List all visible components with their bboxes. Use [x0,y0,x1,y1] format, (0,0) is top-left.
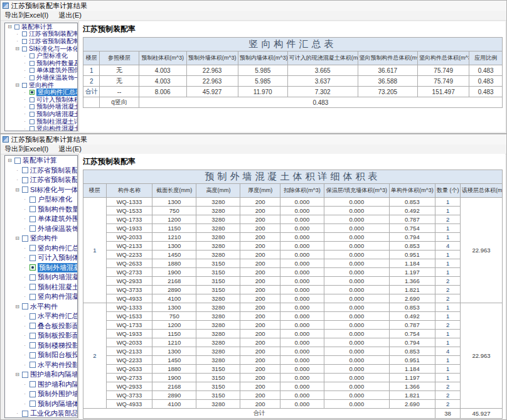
menu-exit[interactable]: 退出(E) [58,11,82,20]
checkbox-icon[interactable] [22,167,28,173]
tree-item[interactable]: ·预制外墙混凝土体 [5,263,77,273]
checkbox-icon[interactable] [29,126,35,131]
tree-item[interactable]: ·预制构件数量及统 [5,60,77,67]
tree-item[interactable]: ·预制外墙混凝土体 [5,104,77,111]
tree-item[interactable]: ·叠合板投影面积明 [5,321,77,331]
checkbox-icon[interactable] [22,411,28,417]
checkbox-icon[interactable] [29,97,35,102]
tree-item[interactable]: ·江苏省预制装配率评分 [5,166,77,176]
tree-item[interactable]: ·可计入预制体积的 [5,253,77,263]
tree-item[interactable]: ·水平构件投影面积 [5,360,77,370]
tree-item[interactable]: ·江苏省预制装配率评分 [5,38,77,45]
expander-minus-icon[interactable]: ⊟ [14,372,20,377]
menu-exit[interactable]: 退出(E) [58,144,82,154]
tree-item[interactable]: ·单体建筑外围保温 [5,67,77,75]
checkbox-icon[interactable] [29,225,36,232]
checkbox-icon[interactable] [29,75,35,80]
tree-item[interactable]: ·预制构件数量及统 [5,205,77,215]
cell: 0.000 [324,391,390,400]
menu-export-excel[interactable]: 导出到Excel(I) [4,11,48,20]
tree-item[interactable]: ·外墙保温装饰一体 [5,224,77,234]
tree-item[interactable]: ·江苏省预制装配率评分 [5,31,77,38]
tree-item[interactable]: ·预制内隔墙体表面 [5,399,77,409]
tree-item[interactable]: ·预制内墙混凝土详 [5,272,77,283]
tree-item[interactable]: ⊟竖向构件 [5,234,77,244]
tree-item[interactable]: ⊟SI标准化与一体化设计 [5,185,77,195]
tree-item[interactable]: ·水平构件汇总表 [5,311,77,321]
checkbox-icon[interactable] [22,372,28,378]
tree-item[interactable]: ⊟装配率计算 [5,23,77,31]
checkbox-icon[interactable] [29,333,36,339]
tree-item[interactable]: ⊟水平构件 [5,302,77,312]
expander-minus-icon[interactable]: ⊟ [7,24,13,30]
checkbox-icon[interactable] [29,294,36,300]
checkbox-icon[interactable] [29,313,36,320]
tree-item[interactable]: ·竖向构件混凝土体 [5,125,77,131]
tree-item[interactable]: ·可计入预制体积的 [5,96,77,104]
checkbox-icon[interactable] [29,104,35,109]
expander-minus-icon[interactable]: ⊟ [7,158,13,163]
tree-item[interactable]: ·预制板投影面积明 [5,331,77,341]
checkbox-icon[interactable] [29,53,35,58]
checkbox-icon[interactable] [22,83,27,88]
expander-minus-icon[interactable]: ⊟ [14,235,20,241]
tree-item[interactable]: ⊟围护墙和内隔墙 [5,370,77,380]
checkbox-icon[interactable] [22,46,27,51]
checkbox-icon[interactable] [29,401,36,407]
expander-minus-icon[interactable]: ⊟ [14,82,20,88]
menu-export-excel[interactable]: 导出到Excel(I) [4,144,48,154]
checkbox-icon[interactable] [29,342,36,348]
checkbox-icon[interactable] [29,255,36,261]
checkbox-icon[interactable] [29,197,36,203]
tree-item[interactable]: ·竖向构件混凝土体 [5,292,77,302]
checkbox-icon[interactable] [22,177,28,183]
tree-item[interactable]: ·户型标准化 [5,52,77,60]
tree-item[interactable]: ·江苏省预制装配率评分 [5,175,77,185]
checkbox-icon[interactable] [29,245,36,251]
expander-minus-icon[interactable]: ⊟ [14,187,20,193]
cell: 2 [435,321,461,330]
checkbox-icon[interactable] [29,352,36,358]
tree-item[interactable]: ·预制外围护墙体表 [5,389,77,399]
tree-item[interactable]: ·竖向构件汇总表 [5,89,77,96]
checkbox-icon[interactable] [29,391,36,397]
checkbox-icon[interactable] [29,274,36,281]
checkbox-icon[interactable] [22,39,27,44]
titlebar[interactable]: 江苏预制装配率计算结果 [1,134,506,144]
checkbox-icon[interactable] [14,158,21,164]
tree-item[interactable]: ·竖向构件汇总表 [5,244,77,254]
tree-item[interactable]: ·工业化内装部品 [5,409,77,418]
checkbox-icon[interactable] [29,284,36,290]
checkbox-icon[interactable] [29,119,35,124]
tree-item[interactable]: ⊟竖向构件 [5,82,77,89]
tree-item[interactable]: ·围护墙和内隔墙汇 [5,380,77,390]
checkbox-icon[interactable] [22,303,28,310]
tree-item[interactable]: ·外墙保温装饰一体 [5,74,77,82]
radio-selected-icon[interactable] [29,90,35,95]
radio-selected-icon[interactable] [29,264,36,271]
checkbox-icon[interactable] [29,381,36,387]
tree-item[interactable]: ·预制内墙混凝土详 [5,110,77,118]
expander-minus-icon[interactable]: ⊟ [14,46,20,51]
tree-item[interactable]: ·预制柱混凝土详细 [5,118,77,126]
tree-item[interactable]: ⊟装配率计算 [5,156,77,166]
expander-minus-icon[interactable]: ⊟ [14,304,20,310]
tree-item[interactable]: ·单体建筑外围保温 [5,214,77,224]
checkbox-icon[interactable] [14,24,19,30]
checkbox-icon[interactable] [29,362,36,368]
titlebar[interactable]: 江苏预制装配率计算结果 [1,1,506,11]
checkbox-icon[interactable] [22,186,28,193]
checkbox-icon[interactable] [29,68,35,73]
checkbox-icon[interactable] [29,112,35,117]
tree-item[interactable]: ·户型标准化 [5,195,77,205]
checkbox-icon[interactable] [29,206,36,212]
checkbox-icon[interactable] [29,323,36,329]
tree-item[interactable]: ·预制楼梯投影面积 [5,341,77,351]
tree-item[interactable]: ·预制柱混凝土详细 [5,283,77,293]
checkbox-icon[interactable] [29,216,36,222]
checkbox-icon[interactable] [22,235,28,242]
tree-item[interactable]: ⊟SI标准化与一体化设计 [5,45,77,53]
checkbox-icon[interactable] [29,61,35,66]
tree-item[interactable]: ·预制阳台板投影面 [5,350,77,360]
checkbox-icon[interactable] [22,31,27,36]
